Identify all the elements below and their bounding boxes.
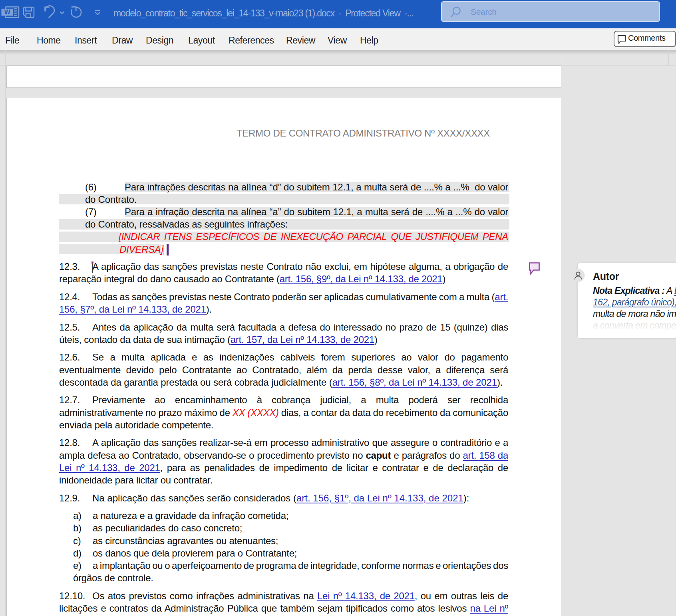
svg-text:W: W: [4, 9, 11, 16]
